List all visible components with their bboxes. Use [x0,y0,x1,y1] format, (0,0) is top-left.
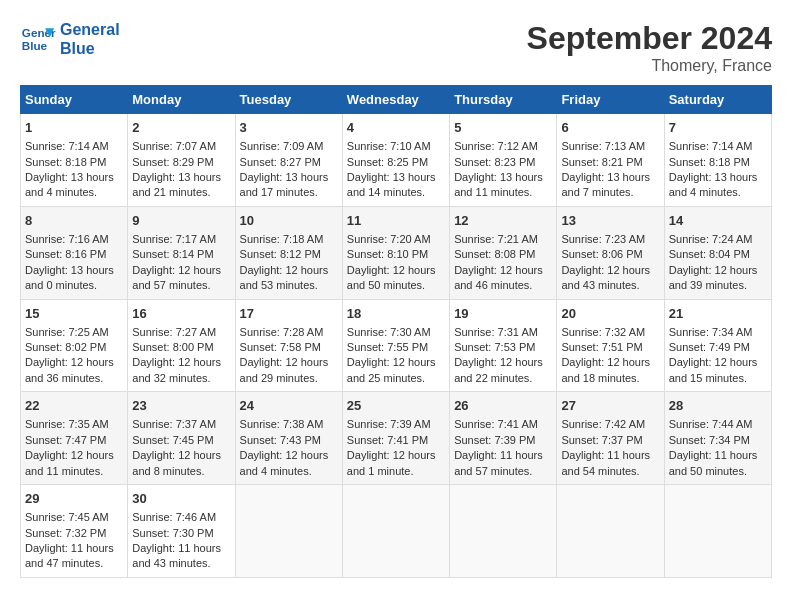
sunset: Sunset: 8:29 PM [132,156,213,168]
daylight-extra: and 57 minutes. [454,465,532,477]
sunset: Sunset: 7:58 PM [240,341,321,353]
daylight-extra: and 8 minutes. [132,465,204,477]
day-number: 27 [561,397,659,415]
table-row: 27Sunrise: 7:42 AMSunset: 7:37 PMDayligh… [557,392,664,485]
table-row [557,485,664,578]
table-row: 11Sunrise: 7:20 AMSunset: 8:10 PMDayligh… [342,206,449,299]
table-row: 8Sunrise: 7:16 AMSunset: 8:16 PMDaylight… [21,206,128,299]
table-row: 24Sunrise: 7:38 AMSunset: 7:43 PMDayligh… [235,392,342,485]
daylight-extra: and 4 minutes. [669,186,741,198]
table-row: 5Sunrise: 7:12 AMSunset: 8:23 PMDaylight… [450,114,557,207]
table-row: 4Sunrise: 7:10 AMSunset: 8:25 PMDaylight… [342,114,449,207]
sunset: Sunset: 8:23 PM [454,156,535,168]
sunset: Sunset: 8:12 PM [240,248,321,260]
daylight: Daylight: 12 hours [347,356,436,368]
sunrise: Sunrise: 7:37 AM [132,418,216,430]
sunset: Sunset: 8:18 PM [669,156,750,168]
day-number: 17 [240,305,338,323]
sunset: Sunset: 7:51 PM [561,341,642,353]
daylight: Daylight: 12 hours [25,449,114,461]
daylight: Daylight: 12 hours [347,264,436,276]
sunrise: Sunrise: 7:35 AM [25,418,109,430]
daylight: Daylight: 12 hours [240,264,329,276]
daylight-extra: and 39 minutes. [669,279,747,291]
sunrise: Sunrise: 7:38 AM [240,418,324,430]
daylight: Daylight: 13 hours [240,171,329,183]
daylight: Daylight: 11 hours [454,449,543,461]
table-row: 14Sunrise: 7:24 AMSunset: 8:04 PMDayligh… [664,206,771,299]
sunrise: Sunrise: 7:24 AM [669,233,753,245]
daylight: Daylight: 13 hours [25,264,114,276]
sunset: Sunset: 7:47 PM [25,434,106,446]
sunrise: Sunrise: 7:45 AM [25,511,109,523]
table-row: 19Sunrise: 7:31 AMSunset: 7:53 PMDayligh… [450,299,557,392]
day-number: 9 [132,212,230,230]
daylight: Daylight: 11 hours [561,449,650,461]
daylight: Daylight: 13 hours [454,171,543,183]
daylight-extra: and 29 minutes. [240,372,318,384]
logo: General Blue General Blue [20,20,120,58]
svg-text:Blue: Blue [22,39,48,52]
sunrise: Sunrise: 7:25 AM [25,326,109,338]
col-saturday: Saturday [664,86,771,114]
table-row [342,485,449,578]
sunset: Sunset: 7:43 PM [240,434,321,446]
table-row: 10Sunrise: 7:18 AMSunset: 8:12 PMDayligh… [235,206,342,299]
sunrise: Sunrise: 7:10 AM [347,140,431,152]
day-number: 23 [132,397,230,415]
table-row: 28Sunrise: 7:44 AMSunset: 7:34 PMDayligh… [664,392,771,485]
daylight: Daylight: 13 hours [669,171,758,183]
sunrise: Sunrise: 7:18 AM [240,233,324,245]
daylight-extra: and 53 minutes. [240,279,318,291]
daylight: Daylight: 13 hours [132,171,221,183]
sunrise: Sunrise: 7:32 AM [561,326,645,338]
sunset: Sunset: 7:45 PM [132,434,213,446]
day-number: 2 [132,119,230,137]
table-row: 15Sunrise: 7:25 AMSunset: 8:02 PMDayligh… [21,299,128,392]
location: Thomery, France [527,57,772,75]
day-number: 15 [25,305,123,323]
col-thursday: Thursday [450,86,557,114]
sunrise: Sunrise: 7:34 AM [669,326,753,338]
col-friday: Friday [557,86,664,114]
daylight-extra: and 17 minutes. [240,186,318,198]
col-wednesday: Wednesday [342,86,449,114]
daylight: Daylight: 12 hours [454,356,543,368]
sunset: Sunset: 8:16 PM [25,248,106,260]
daylight: Daylight: 13 hours [347,171,436,183]
daylight: Daylight: 12 hours [240,449,329,461]
daylight-extra: and 47 minutes. [25,557,103,569]
sunrise: Sunrise: 7:13 AM [561,140,645,152]
day-number: 11 [347,212,445,230]
table-row: 13Sunrise: 7:23 AMSunset: 8:06 PMDayligh… [557,206,664,299]
daylight: Daylight: 12 hours [669,356,758,368]
daylight-extra: and 57 minutes. [132,279,210,291]
daylight-extra: and 1 minute. [347,465,414,477]
day-number: 1 [25,119,123,137]
sunset: Sunset: 8:25 PM [347,156,428,168]
table-row: 9Sunrise: 7:17 AMSunset: 8:14 PMDaylight… [128,206,235,299]
daylight-extra: and 4 minutes. [25,186,97,198]
daylight: Daylight: 12 hours [347,449,436,461]
table-row: 18Sunrise: 7:30 AMSunset: 7:55 PMDayligh… [342,299,449,392]
daylight: Daylight: 12 hours [454,264,543,276]
title-block: September 2024 Thomery, France [527,20,772,75]
sunrise: Sunrise: 7:21 AM [454,233,538,245]
col-sunday: Sunday [21,86,128,114]
sunrise: Sunrise: 7:28 AM [240,326,324,338]
daylight: Daylight: 12 hours [561,356,650,368]
sunset: Sunset: 7:39 PM [454,434,535,446]
daylight-extra: and 15 minutes. [669,372,747,384]
table-row: 6Sunrise: 7:13 AMSunset: 8:21 PMDaylight… [557,114,664,207]
daylight-extra: and 54 minutes. [561,465,639,477]
sunrise: Sunrise: 7:20 AM [347,233,431,245]
day-number: 6 [561,119,659,137]
col-tuesday: Tuesday [235,86,342,114]
day-number: 20 [561,305,659,323]
sunset: Sunset: 7:32 PM [25,527,106,539]
daylight-extra: and 11 minutes. [25,465,103,477]
sunrise: Sunrise: 7:12 AM [454,140,538,152]
day-number: 7 [669,119,767,137]
sunrise: Sunrise: 7:16 AM [25,233,109,245]
sunset: Sunset: 8:14 PM [132,248,213,260]
